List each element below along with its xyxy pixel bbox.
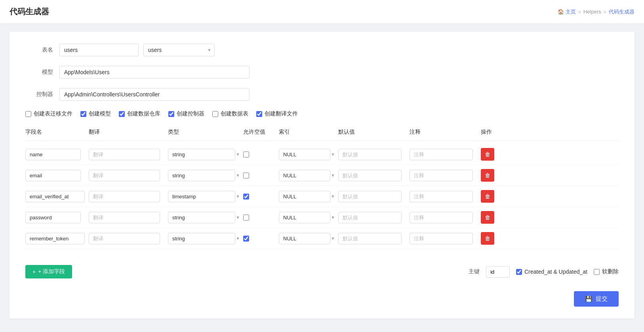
field-nullable-checkbox-3[interactable] [243,194,249,200]
timestamps-checkbox[interactable] [516,269,522,275]
delete-row-button-4[interactable]: 🗑 [481,211,494,224]
softdelete-option[interactable]: 软删除 [594,268,619,275]
option-translation-label: 创建翻译文件 [265,110,298,117]
primary-key-label: 主键 [469,268,480,275]
th-note: 注释 [410,129,481,136]
option-datatable[interactable]: 创建数据表 [212,110,248,117]
index-chevron-icon-5: ▼ [331,236,335,241]
cell-note-5 [410,233,481,244]
table-name-input[interactable] [59,44,139,56]
field-default-input-5[interactable] [338,233,402,244]
cell-nullable-3 [243,194,279,200]
field-type-select-3[interactable]: string timestamp datetime [168,191,235,202]
option-translation[interactable]: 创建翻译文件 [256,110,298,117]
option-repository-checkbox[interactable] [119,111,125,117]
delete-row-button-1[interactable]: 🗑 [481,148,494,161]
cell-type-3: string timestamp datetime ▼ [168,191,243,202]
submit-button[interactable]: 💾 提交 [574,291,619,307]
option-controller[interactable]: 创建控制器 [168,110,204,117]
field-index-select-2[interactable]: NULL normal unique [279,170,330,181]
delete-row-button-5[interactable]: 🗑 [481,232,494,245]
page-header: 代码生成器 🏠 主页 » Helpers » 代码生成器 [0,0,644,24]
field-nullable-checkbox-1[interactable] [243,152,249,157]
field-nullable-checkbox-2[interactable] [243,173,249,178]
th-index: 索引 [279,129,338,136]
field-type-select-5[interactable]: string integer timestamp [168,233,235,244]
option-model-checkbox[interactable] [80,111,86,117]
field-note-input-3[interactable] [410,191,473,202]
model-label: 模型 [25,69,53,76]
field-type-select-4[interactable]: string integer timestamp [168,212,235,223]
cell-note-2 [410,170,481,181]
option-repository[interactable]: 创建数据仓库 [119,110,160,117]
timestamps-label: Created_at & Updated_at [524,269,587,275]
controller-row: 控制器 [25,88,619,101]
field-index-select-3[interactable]: NULL normal unique [279,191,330,202]
breadcrumb: 🏠 主页 » Helpers » 代码生成器 [558,8,634,15]
breadcrumb-home-link[interactable]: 🏠 主页 [558,8,576,15]
cell-field-1 [25,149,89,160]
table-select[interactable]: users [143,44,215,56]
field-note-input-5[interactable] [410,233,473,244]
field-nullable-checkbox-5[interactable] [243,236,249,242]
field-default-input-2[interactable] [338,170,402,181]
field-note-input-1[interactable] [410,149,473,160]
add-field-button[interactable]: + + 添加字段 [25,265,72,278]
breadcrumb-sep-2: » [604,9,606,15]
table-row: string integer bigInteger float boolean … [25,144,619,165]
field-translation-input-1[interactable] [89,149,160,160]
page-title: 代码生成器 [10,6,49,17]
field-name-input-1[interactable] [25,149,81,160]
main-card: 表名 users ▼ 模型 控制器 创建表迁移文件 创建模型 创建数据仓库 [10,32,634,319]
field-default-input-1[interactable] [338,149,402,160]
cell-default-1 [338,149,410,160]
field-translation-input-3[interactable] [89,191,160,202]
footer-bar: + + 添加字段 主键 Created_at & Updated_at 软删除 [25,259,619,278]
timestamps-option[interactable]: Created_at & Updated_at [516,269,587,275]
field-index-select-4[interactable]: NULL normal unique [279,212,330,223]
delete-row-button-3[interactable]: 🗑 [481,190,494,203]
option-migration-checkbox[interactable] [25,111,31,117]
field-name-input-5[interactable] [25,233,85,244]
field-type-select-2[interactable]: string integer timestamp text [168,170,235,181]
option-migration[interactable]: 创建表迁移文件 [25,110,72,117]
cell-translation-1 [89,149,168,160]
table-name-row: 表名 users ▼ [25,44,619,56]
model-input[interactable] [59,66,250,79]
cell-index-5: NULL normal unique ▼ [279,233,338,244]
type-chevron-icon-5: ▼ [236,236,240,241]
cell-note-1 [410,149,481,160]
field-index-select-5[interactable]: NULL normal unique [279,233,330,244]
option-datatable-checkbox[interactable] [212,111,218,117]
field-type-select-1[interactable]: string integer bigInteger float boolean … [168,149,235,160]
field-translation-input-4[interactable] [89,212,160,223]
th-nullable: 允许空值 [243,129,279,136]
delete-row-button-2[interactable]: 🗑 [481,169,494,182]
home-icon: 🏠 [558,9,564,15]
options-row: 创建表迁移文件 创建模型 创建数据仓库 创建控制器 创建数据表 创建翻译文件 [25,110,619,117]
field-translation-input-5[interactable] [89,233,160,244]
field-index-select-1[interactable]: NULL normal unique primary [279,149,330,160]
field-name-input-3[interactable] [25,191,85,202]
index-chevron-icon-1: ▼ [331,152,335,157]
field-name-input-4[interactable] [25,212,81,223]
cell-action-1: 🗑 [481,148,505,161]
option-translation-checkbox[interactable] [256,111,262,117]
controller-input[interactable] [59,88,250,101]
primary-key-input[interactable] [486,266,510,278]
field-nullable-checkbox-4[interactable] [243,215,249,221]
field-translation-input-2[interactable] [89,170,160,181]
option-model[interactable]: 创建模型 [80,110,111,117]
field-note-input-2[interactable] [410,170,473,181]
cell-type-1: string integer bigInteger float boolean … [168,149,243,160]
softdelete-checkbox[interactable] [594,269,600,275]
field-default-input-3[interactable] [338,191,402,202]
cell-nullable-2 [243,173,279,178]
field-default-input-4[interactable] [338,212,402,223]
cell-index-3: NULL normal unique ▼ [279,191,338,202]
field-name-input-2[interactable] [25,170,81,181]
option-controller-checkbox[interactable] [168,111,174,117]
field-note-input-4[interactable] [410,212,473,223]
index-chevron-icon-2: ▼ [331,173,335,178]
softdelete-label: 软删除 [602,268,619,275]
